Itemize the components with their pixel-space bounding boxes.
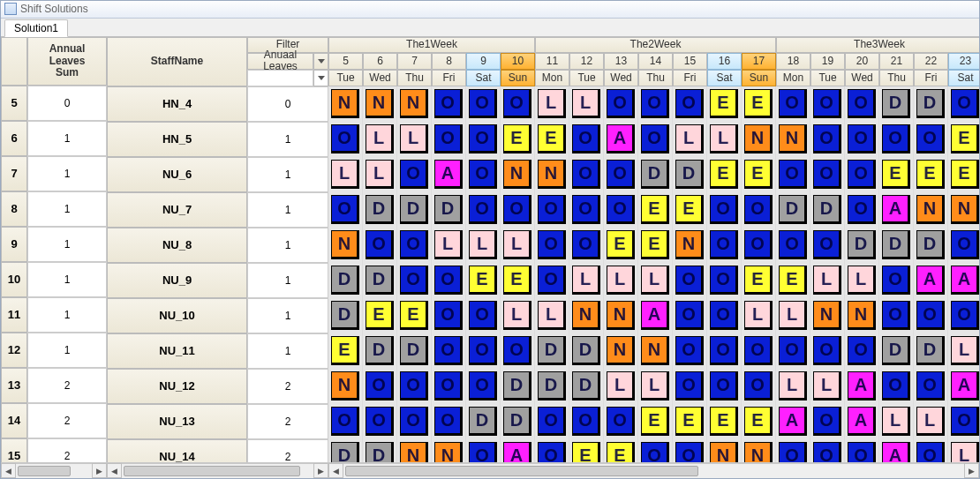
shift-cell[interactable]: O [535,404,569,439]
shift-cell[interactable]: O [707,263,742,298]
annual-leaves-sum-cell[interactable]: 0 [27,86,107,121]
shift-cell[interactable]: L [501,298,535,333]
annual-leaves-sum-cell[interactable]: 1 [27,156,107,191]
shift-cell[interactable]: L [879,404,914,439]
date-header[interactable]: 22 [914,53,948,70]
filter-value-dropdown[interactable] [313,70,328,86]
dow-header[interactable]: Tue [328,70,363,86]
annual-leave-cell[interactable]: 1 [247,263,328,298]
title-bar[interactable]: Shift Solutions [1,1,979,19]
shift-cell[interactable]: L [604,263,638,298]
annual-leaves-filter-dropdown[interactable] [313,53,328,70]
shift-cell[interactable]: E [948,157,979,192]
shift-cell[interactable]: L [569,263,604,298]
shift-cell[interactable]: L [397,122,432,157]
annual-leave-cell[interactable]: 1 [247,122,328,157]
shift-cell[interactable]: O [535,263,569,298]
filter-value-cell[interactable] [247,70,313,86]
shift-cell[interactable]: E [397,298,432,333]
shift-cell[interactable]: D [363,192,397,228]
shift-cell[interactable]: O [742,192,776,228]
shift-cell[interactable]: A [776,404,810,439]
shift-cell[interactable]: E [673,192,707,228]
staff-name-cell[interactable]: NU_9 [107,263,247,298]
shift-cell[interactable]: O [397,263,432,298]
shift-cell[interactable]: D [879,333,914,369]
shift-cell[interactable]: D [363,263,397,298]
shift-cell[interactable]: N [535,157,569,192]
shift-cell[interactable]: D [432,192,466,228]
shift-cell[interactable]: E [466,263,501,298]
shift-cell[interactable]: L [776,369,810,404]
shift-cell[interactable]: O [501,333,535,369]
shift-cell[interactable]: O [673,333,707,369]
scroll-right-button[interactable]: ▶ [964,463,979,478]
shift-cell[interactable]: O [535,192,569,228]
mid-scrollbar[interactable]: ◀ ▶ [107,463,328,478]
annual-leave-cell[interactable]: 0 [247,86,328,122]
shift-cell[interactable]: L [501,228,535,263]
shift-cell[interactable]: D [328,263,363,298]
date-header[interactable]: 21 [879,53,914,70]
shift-cell[interactable]: L [776,298,810,333]
shift-cell[interactable]: O [569,122,604,157]
shift-cell[interactable]: E [501,122,535,157]
staff-name-cell[interactable]: HN_5 [107,122,247,157]
dow-header[interactable]: Wed [363,70,397,86]
row-index[interactable]: 5 [1,86,27,121]
dow-header[interactable]: Sat [707,70,742,86]
shift-cell[interactable]: O [328,192,363,228]
scroll-left-button[interactable]: ◀ [328,463,343,478]
shift-cell[interactable]: D [914,86,948,122]
shift-cell[interactable]: O [707,228,742,263]
shift-cell[interactable]: O [569,228,604,263]
scroll-right-button[interactable]: ▶ [313,463,328,478]
shift-cell[interactable]: N [501,157,535,192]
shift-cell[interactable]: O [810,86,845,122]
staff-name-cell[interactable]: NU_6 [107,157,247,192]
shift-cell[interactable]: O [466,122,501,157]
shift-cell[interactable]: O [466,333,501,369]
scroll-left-button[interactable]: ◀ [107,463,122,478]
shift-cell[interactable]: D [535,333,569,369]
shift-cell[interactable]: O [810,157,845,192]
shift-cell[interactable]: O [363,369,397,404]
annual-leave-cell[interactable]: 1 [247,298,328,333]
shift-cell[interactable]: O [948,228,979,263]
shift-cell[interactable]: O [328,122,363,157]
shift-cell[interactable]: E [638,228,673,263]
shift-cell[interactable]: D [569,369,604,404]
dow-header[interactable]: Mon [776,70,810,86]
shift-cell[interactable]: O [466,369,501,404]
shift-cell[interactable]: A [845,404,879,439]
shift-cell[interactable]: O [328,404,363,439]
shift-cell[interactable]: A [845,369,879,404]
shift-cell[interactable]: E [707,86,742,122]
date-header[interactable]: 6 [363,53,397,70]
shift-cell[interactable]: N [604,333,638,369]
shift-cell[interactable]: O [501,86,535,122]
shift-cell[interactable]: E [742,404,776,439]
shift-cell[interactable]: L [604,369,638,404]
shift-cell[interactable]: O [432,263,466,298]
tab-solution-1[interactable]: Solution1 [4,19,68,37]
dow-header[interactable]: Sat [948,70,979,86]
shift-cell[interactable]: D [879,228,914,263]
shift-cell[interactable]: L [535,298,569,333]
shift-cell[interactable]: D [638,157,673,192]
shift-cell[interactable]: O [776,228,810,263]
scroll-thumb[interactable] [124,466,300,476]
shift-cell[interactable]: N [328,369,363,404]
shift-cell[interactable]: O [879,122,914,157]
row-index[interactable]: 7 [1,156,27,191]
staff-name-cell[interactable]: HN_4 [107,86,247,122]
shift-cell[interactable]: N [810,298,845,333]
shift-cell[interactable]: O [879,263,914,298]
shift-cell[interactable]: O [569,404,604,439]
shift-cell[interactable]: O [707,298,742,333]
row-index[interactable]: 13 [1,368,27,403]
shift-cell[interactable]: O [432,298,466,333]
date-header[interactable]: 10 [501,53,535,70]
date-header[interactable]: 18 [776,53,810,70]
date-header[interactable]: 12 [569,53,604,70]
